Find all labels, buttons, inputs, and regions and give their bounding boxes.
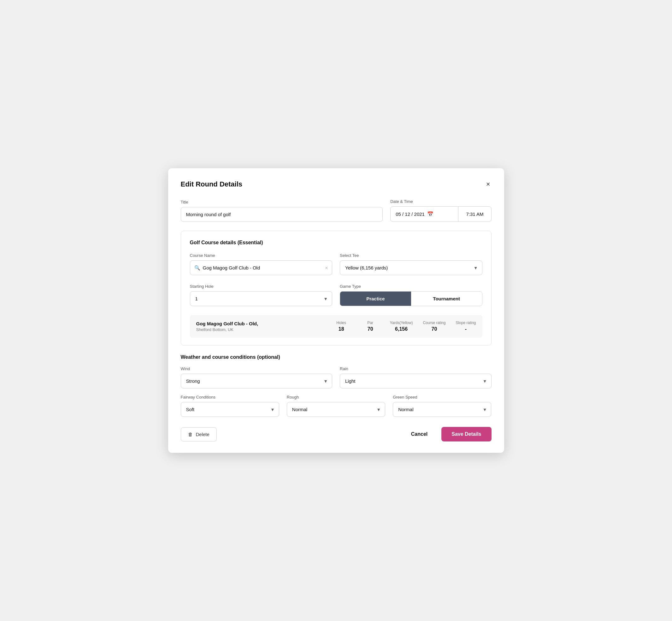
wind-select-wrap: Calm Light Moderate Strong Very Strong ▼: [181, 374, 333, 388]
starting-hole-label: Starting Hole: [190, 284, 333, 289]
select-tee-group: Select Tee Yellow (6,156 yards) ▼: [340, 253, 482, 275]
game-type-label: Game Type: [340, 284, 482, 289]
course-info-name-text: Gog Magog Golf Club - Old,: [196, 321, 322, 326]
course-search-wrap: 🔍 ×: [190, 260, 333, 275]
rough-label: Rough: [287, 395, 385, 400]
course-name-group: Course Name 🔍 ×: [190, 253, 333, 275]
title-datetime-row: Title Date & Time 05 / 12 / 2021 📅 7:31 …: [181, 199, 492, 222]
date-value: 05 / 12 / 2021: [395, 211, 425, 217]
title-input[interactable]: [181, 207, 383, 222]
rain-dropdown[interactable]: None Light Moderate Heavy: [340, 374, 492, 388]
footer-right: Cancel Save Details: [405, 427, 492, 442]
select-tee-label: Select Tee: [340, 253, 482, 258]
title-label: Title: [181, 200, 383, 204]
save-button[interactable]: Save Details: [442, 427, 491, 442]
wind-dropdown[interactable]: Calm Light Moderate Strong Very Strong: [181, 374, 333, 388]
footer-row: 🗑 Delete Cancel Save Details: [181, 427, 492, 442]
wind-rain-row: Wind Calm Light Moderate Strong Very Str…: [181, 366, 492, 388]
slope-rating-label: Slope rating: [456, 321, 476, 325]
weather-title: Weather and course conditions (optional): [181, 355, 492, 360]
course-stat-course-rating: Course rating 70: [423, 321, 446, 332]
green-speed-group: Green Speed Slow Normal Fast ▼: [393, 395, 491, 417]
yards-label: Yards(Yellow): [390, 321, 413, 325]
rough-group: Rough Short Normal Long ▼: [287, 395, 385, 417]
starting-hole-dropdown[interactable]: 1: [190, 291, 333, 306]
tournament-button[interactable]: Tournament: [411, 292, 482, 306]
time-part[interactable]: 7:31 AM: [458, 207, 491, 221]
holes-label: Holes: [336, 321, 346, 325]
time-value: 7:31 AM: [466, 211, 483, 217]
rough-dropdown[interactable]: Short Normal Long: [287, 402, 385, 417]
golf-course-title: Golf Course details (Essential): [190, 240, 482, 246]
date-time-row: 05 / 12 / 2021 📅 7:31 AM: [390, 206, 491, 222]
title-field-group: Title: [181, 200, 383, 222]
course-stat-yards: Yards(Yellow) 6,156: [390, 321, 413, 332]
green-speed-dropdown[interactable]: Slow Normal Fast: [393, 402, 491, 417]
rain-group: Rain None Light Moderate Heavy ▼: [340, 366, 492, 388]
fairway-group: Fairway Conditions Soft Normal Firm ▼: [181, 395, 279, 417]
game-type-toggle: Practice Tournament: [340, 291, 482, 306]
fairway-rough-green-row: Fairway Conditions Soft Normal Firm ▼ Ro…: [181, 395, 492, 417]
course-stat-slope-rating: Slope rating -: [456, 321, 476, 332]
weather-section: Weather and course conditions (optional)…: [181, 355, 492, 417]
search-icon: 🔍: [194, 265, 200, 271]
fairway-dropdown[interactable]: Soft Normal Firm: [181, 402, 279, 417]
cancel-button[interactable]: Cancel: [405, 427, 434, 441]
rough-select-wrap: Short Normal Long ▼: [287, 402, 385, 417]
fairway-label: Fairway Conditions: [181, 395, 279, 400]
wind-label: Wind: [181, 366, 333, 371]
yards-value: 6,156: [395, 326, 408, 332]
course-clear-icon[interactable]: ×: [325, 265, 328, 271]
close-button[interactable]: ×: [485, 179, 492, 189]
course-name-label: Course Name: [190, 253, 333, 258]
course-info-location: Shelford Bottom, UK: [196, 327, 322, 332]
practice-button[interactable]: Practice: [340, 292, 411, 306]
select-tee-dropdown[interactable]: Yellow (6,156 yards): [340, 260, 482, 275]
starting-hole-wrap: 1 ▼: [190, 291, 333, 306]
par-value: 70: [368, 326, 373, 332]
datetime-label: Date & Time: [390, 199, 491, 204]
hole-gametype-row: Starting Hole 1 ▼ Game Type Practice Tou…: [190, 284, 482, 306]
modal-title: Edit Round Details: [181, 180, 243, 189]
course-name-input[interactable]: [190, 260, 333, 275]
trash-icon: 🗑: [188, 432, 193, 437]
datetime-field-group: Date & Time 05 / 12 / 2021 📅 7:31 AM: [390, 199, 491, 222]
course-rating-value: 70: [432, 326, 437, 332]
select-tee-wrap: Yellow (6,156 yards) ▼: [340, 260, 482, 275]
starting-hole-group: Starting Hole 1 ▼: [190, 284, 333, 306]
par-label: Par: [367, 321, 373, 325]
modal-header: Edit Round Details ×: [181, 179, 492, 189]
course-stat-par: Par 70: [361, 321, 380, 332]
course-rating-label: Course rating: [423, 321, 446, 325]
green-speed-label: Green Speed: [393, 395, 491, 400]
date-part[interactable]: 05 / 12 / 2021 📅: [390, 207, 458, 221]
delete-button[interactable]: 🗑 Delete: [181, 427, 217, 442]
edit-round-modal: Edit Round Details × Title Date & Time 0…: [168, 168, 504, 453]
calendar-icon: 📅: [427, 211, 433, 217]
course-stat-holes: Holes 18: [332, 321, 351, 332]
wind-group: Wind Calm Light Moderate Strong Very Str…: [181, 366, 333, 388]
golf-course-card: Golf Course details (Essential) Course N…: [181, 231, 492, 345]
holes-value: 18: [339, 326, 344, 332]
course-info-row: Gog Magog Golf Club - Old, Shelford Bott…: [190, 315, 482, 338]
delete-label: Delete: [196, 432, 209, 437]
game-type-group: Game Type Practice Tournament: [340, 284, 482, 306]
rain-label: Rain: [340, 366, 492, 371]
fairway-select-wrap: Soft Normal Firm ▼: [181, 402, 279, 417]
green-speed-select-wrap: Slow Normal Fast ▼: [393, 402, 491, 417]
rain-select-wrap: None Light Moderate Heavy ▼: [340, 374, 492, 388]
slope-rating-value: -: [465, 326, 467, 332]
course-tee-row: Course Name 🔍 × Select Tee Yellow (6,156…: [190, 253, 482, 275]
course-info-name: Gog Magog Golf Club - Old, Shelford Bott…: [196, 321, 322, 332]
